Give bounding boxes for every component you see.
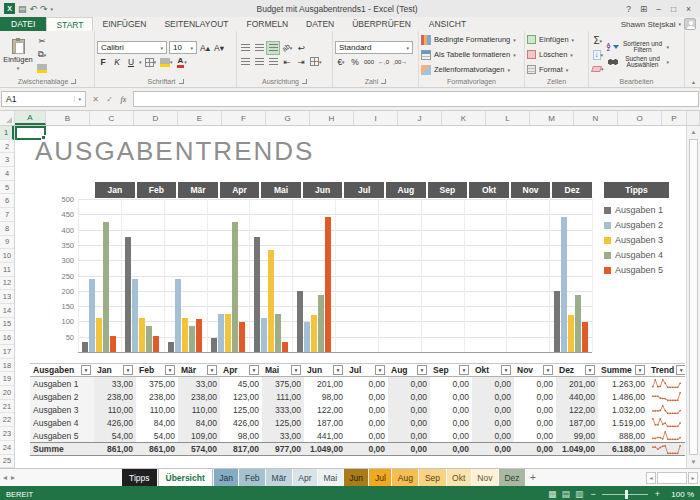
column-header-h[interactable]: H <box>310 111 354 125</box>
row-header-21[interactable]: 21 <box>0 400 14 414</box>
align-right-button[interactable] <box>267 56 279 68</box>
row-header-8[interactable]: 8 <box>0 222 14 236</box>
cell-styles-button[interactable]: Zellenformatvorlagen▾ <box>421 63 522 76</box>
vertical-scrollbar[interactable]: ▲ ▼ <box>686 126 700 468</box>
fill-button[interactable]: ↓▾ <box>591 49 605 61</box>
paste-button[interactable]: Einfügen ▾ <box>2 33 34 76</box>
alignment-dialog-launcher-icon[interactable] <box>302 79 307 84</box>
column-header-b[interactable]: B <box>46 111 90 125</box>
sheet-nav-left-icon[interactable]: ◂ <box>3 473 7 482</box>
increase-font-icon[interactable]: A▴ <box>199 42 211 54</box>
row-header-1[interactable]: 1 <box>0 126 14 140</box>
decrease-indent-button[interactable]: ⇤ <box>281 56 293 68</box>
horizontal-scrollbar[interactable]: ◂ ▸ <box>644 469 700 486</box>
row-header-5[interactable]: 5 <box>0 181 14 195</box>
scroll-down-icon[interactable]: ▼ <box>687 456 700 468</box>
page-break-view-icon[interactable]: ▥ <box>575 489 584 499</box>
sheet-tab-mai[interactable]: Mai <box>318 469 343 486</box>
add-sheet-button[interactable]: + <box>526 469 540 486</box>
zoom-out-icon[interactable]: − <box>590 489 595 499</box>
filter-dropdown-icon[interactable]: ▾ <box>81 365 91 375</box>
row-header-16[interactable]: 16 <box>0 331 14 345</box>
orientation-button[interactable]: ab▾ <box>281 42 293 54</box>
number-dialog-launcher-icon[interactable] <box>381 79 386 84</box>
column-header-j[interactable]: J <box>398 111 442 125</box>
formula-input[interactable] <box>133 91 699 107</box>
filter-dropdown-icon[interactable]: ▾ <box>165 365 175 375</box>
column-header-m[interactable]: M <box>530 111 574 125</box>
row-header-25[interactable]: 25 <box>0 455 14 469</box>
conditional-formatting-button[interactable]: Bedingte Formatierung▾ <box>421 33 522 46</box>
column-header-e[interactable]: E <box>178 111 222 125</box>
row-header-11[interactable]: 11 <box>0 263 14 277</box>
font-size-select[interactable]: 10▾ <box>169 41 197 54</box>
underline-dropdown-icon[interactable]: ▾ <box>139 59 142 65</box>
row-header-6[interactable]: 6 <box>0 194 14 208</box>
filter-dropdown-icon[interactable]: ▾ <box>459 365 469 375</box>
restore-icon[interactable]: □ <box>666 4 681 14</box>
scroll-up-icon[interactable]: ▲ <box>687 126 700 138</box>
autosum-button[interactable]: Σ▾ <box>591 35 605 47</box>
column-header-i[interactable]: I <box>354 111 398 125</box>
ribbon-tab-daten[interactable]: DATEN <box>297 17 343 31</box>
insert-cells-button[interactable]: Einfügen▾ <box>527 33 586 46</box>
row-header-12[interactable]: 12 <box>0 277 14 291</box>
normal-view-icon[interactable]: ▦ <box>548 489 557 499</box>
clear-button[interactable]: ▾ <box>591 63 605 75</box>
align-top-button[interactable] <box>239 42 251 54</box>
wrap-text-button[interactable]: ↩ <box>295 42 307 54</box>
enter-icon[interactable]: ✓ <box>103 95 116 104</box>
zoom-in-icon[interactable]: + <box>655 489 660 499</box>
ribbon-tab-formeln[interactable]: FORMELN <box>237 17 297 31</box>
row-header-9[interactable]: 9 <box>0 236 14 250</box>
filter-dropdown-icon[interactable]: ▾ <box>676 365 685 375</box>
sheet-canvas[interactable]: AUSGABENTRENDS JanFebMärAprMaiJunJulAugS… <box>15 126 686 468</box>
column-header-c[interactable]: C <box>90 111 134 125</box>
insert-function-icon[interactable]: fx <box>117 95 130 104</box>
row-header-18[interactable]: 18 <box>0 359 14 373</box>
ribbon-tab-einf-gen[interactable]: EINFÜGEN <box>93 17 155 31</box>
bold-button[interactable]: F <box>97 56 109 68</box>
align-center-button[interactable] <box>253 56 265 68</box>
align-middle-button[interactable] <box>253 42 265 54</box>
row-header-14[interactable]: 14 <box>0 304 14 318</box>
decrease-font-icon[interactable]: A▾ <box>213 42 225 54</box>
delete-cells-button[interactable]: Löschen▾ <box>527 48 586 61</box>
filter-dropdown-icon[interactable]: ▾ <box>501 365 511 375</box>
italic-button[interactable]: K <box>111 56 123 68</box>
ribbon-tab-ansicht[interactable]: ANSICHT <box>420 17 475 31</box>
font-dialog-launcher-icon[interactable] <box>179 79 184 84</box>
sheet-nav-right-icon[interactable]: ▸ <box>11 473 15 482</box>
help-icon[interactable]: ? <box>621 4 636 14</box>
sheet-tab-feb[interactable]: Feb <box>239 469 265 486</box>
row-header-17[interactable]: 17 <box>0 345 14 359</box>
scroll-right-icon[interactable]: ▸ <box>688 472 698 484</box>
sheet-tab-sep[interactable]: Sep <box>419 469 445 486</box>
filter-dropdown-icon[interactable]: ▾ <box>585 365 595 375</box>
filter-dropdown-icon[interactable]: ▾ <box>375 365 385 375</box>
minimize-icon[interactable]: – <box>651 4 666 14</box>
filter-dropdown-icon[interactable]: ▾ <box>291 365 301 375</box>
font-name-select[interactable]: Calibri▾ <box>97 41 167 54</box>
align-bottom-button[interactable] <box>267 42 279 54</box>
sheet-tab-jan[interactable]: Jan <box>214 469 239 486</box>
user-account[interactable]: Shawn Stejskal ▾ <box>621 17 700 31</box>
font-color-button[interactable]: A▾ <box>176 56 188 68</box>
column-header-a[interactable]: A <box>15 111 46 125</box>
sheet-tab-nov[interactable]: Nov <box>472 469 498 486</box>
row-header-13[interactable]: 13 <box>0 290 14 304</box>
tab-datei[interactable]: DATEI <box>0 17 46 31</box>
scroll-left-icon[interactable]: ◂ <box>646 472 656 484</box>
sheet-tab-dez[interactable]: Dez <box>499 469 525 486</box>
row-header-7[interactable]: 7 <box>0 208 14 222</box>
save-icon[interactable]: ▤ <box>18 4 27 14</box>
comma-style-button[interactable]: 000 <box>363 56 375 68</box>
filter-dropdown-icon[interactable]: ▾ <box>543 365 553 375</box>
row-header-2[interactable]: 2 <box>0 140 14 154</box>
format-painter-button[interactable] <box>36 63 48 75</box>
ribbon-tab-start[interactable]: START <box>46 17 93 31</box>
column-header-f[interactable]: F <box>222 111 266 125</box>
select-all-corner[interactable] <box>0 111 15 125</box>
page-layout-view-icon[interactable]: ▤ <box>561 489 570 499</box>
sheet-tab-m-r[interactable]: Mär <box>266 469 292 486</box>
